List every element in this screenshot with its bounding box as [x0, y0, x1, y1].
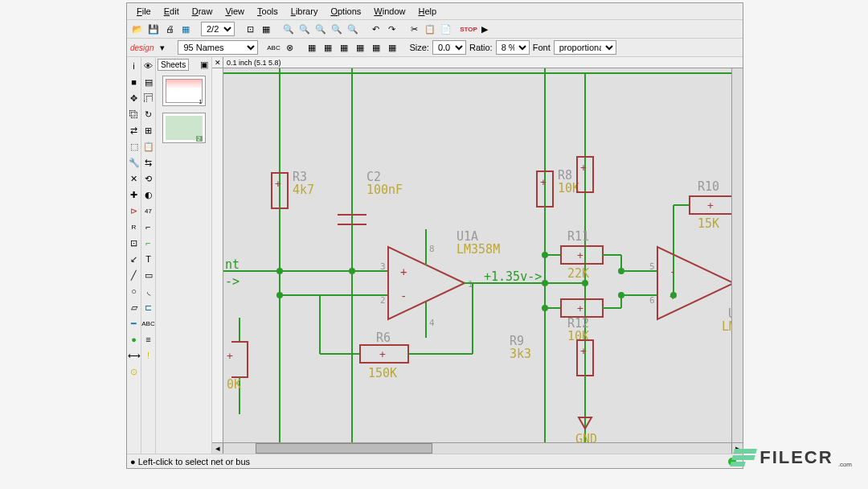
watermark: FILECR .com: [732, 447, 852, 468]
svg-text:+: +: [379, 348, 386, 360]
tool-b5-icon[interactable]: ⊞: [141, 123, 156, 138]
label-icon[interactable]: ABC: [141, 316, 156, 331]
align-tr-icon[interactable]: ▦: [337, 40, 351, 55]
align-cl-icon[interactable]: ▦: [353, 40, 367, 55]
ruler-vertical[interactable]: [212, 68, 223, 442]
tool-use-icon[interactable]: ⊡: [243, 22, 257, 36]
font-select[interactable]: proportional: [554, 40, 616, 55]
zoom-select-icon[interactable]: 🔍: [346, 22, 360, 36]
eye-icon[interactable]: 👁: [141, 59, 156, 73]
replace-icon[interactable]: ⟲: [141, 171, 156, 186]
scrollbar-horizontal[interactable]: ◂ ▸: [212, 442, 743, 454]
junction-icon[interactable]: ●: [127, 332, 141, 347]
toolbar-text: design ▾ 95 Names ABC ⊗ ▦ ▦ ▦ ▦ ▦ ▦ Size…: [127, 39, 743, 57]
value-icon[interactable]: 47: [141, 203, 156, 218]
align-tc-icon[interactable]: ▦: [321, 40, 335, 55]
paste-icon[interactable]: 📄: [439, 22, 453, 36]
poly-icon[interactable]: ▱: [127, 300, 141, 314]
zoom-redraw-icon[interactable]: 🔍: [330, 22, 344, 36]
zoom-out-icon[interactable]: 🔍: [313, 22, 328, 36]
ruler-origin-icon[interactable]: ✕: [212, 57, 223, 68]
svg-text:2: 2: [380, 295, 386, 306]
sheet-thumb-2[interactable]: 2: [162, 113, 206, 143]
ruler-horizontal[interactable]: 0.1 inch (5.1 5.8): [223, 57, 743, 68]
menu-library[interactable]: Library: [285, 5, 325, 18]
align-cr-icon[interactable]: ▦: [385, 40, 399, 55]
cut-icon[interactable]: ✂: [407, 22, 421, 36]
menu-options[interactable]: Options: [324, 5, 367, 18]
netclass-select[interactable]: 95 Names: [178, 40, 258, 55]
board-icon[interactable]: ▦: [178, 22, 193, 36]
smash2-icon[interactable]: ⊡: [127, 236, 141, 250]
erc-icon[interactable]: ⊙: [127, 364, 141, 379]
gate-icon[interactable]: ⊳: [127, 203, 141, 218]
component-u1b: - + 5 6 7 U1B LM358M: [621, 247, 731, 334]
go-icon[interactable]: ▶: [477, 22, 492, 36]
errors-icon[interactable]: !: [141, 348, 156, 363]
sheets-tab[interactable]: Sheets: [158, 59, 189, 71]
delete-icon[interactable]: ✕: [127, 171, 141, 186]
save-icon[interactable]: 💾: [146, 22, 161, 36]
menu-help[interactable]: Help: [411, 5, 443, 18]
bus-icon[interactable]: ━: [127, 316, 141, 331]
miter-icon[interactable]: ⌐: [141, 220, 156, 234]
show-icon[interactable]: ■: [127, 75, 141, 89]
scrollbar-vertical[interactable]: [731, 68, 743, 442]
split-icon[interactable]: ↙: [127, 252, 141, 266]
component-r9: R9 3k3: [510, 334, 531, 361]
menu-tools[interactable]: Tools: [251, 5, 285, 18]
text-icon[interactable]: T: [141, 252, 156, 266]
mirror-icon[interactable]: ⇄: [127, 123, 141, 138]
stop-icon[interactable]: STOP: [461, 22, 476, 36]
group-icon[interactable]: ⬚: [127, 139, 141, 154]
designlink-icon[interactable]: ▾: [155, 40, 170, 55]
svg-text:8: 8: [429, 244, 435, 254]
copy2-icon[interactable]: ⿻: [127, 107, 141, 121]
sheet-select[interactable]: 2/2: [201, 22, 235, 36]
circle-icon[interactable]: ○: [127, 284, 141, 298]
menu-draw[interactable]: Draw: [186, 5, 219, 18]
svg-point-71: [542, 252, 548, 258]
redo-icon[interactable]: ↷: [384, 22, 399, 36]
print-icon[interactable]: 🖨: [162, 22, 177, 36]
arc-icon[interactable]: ◟: [141, 284, 156, 298]
wire-icon[interactable]: ╱: [127, 268, 141, 282]
svg-point-115: [618, 292, 624, 298]
info-icon[interactable]: i: [127, 59, 141, 73]
menu-file[interactable]: File: [130, 5, 158, 18]
sheets-collapse-icon[interactable]: ▣: [197, 58, 211, 72]
size-select[interactable]: 0.07: [432, 40, 466, 55]
pinswap-icon[interactable]: ⇆: [141, 155, 156, 170]
open-icon[interactable]: 📂: [130, 22, 145, 36]
align-cc-icon[interactable]: ▦: [369, 40, 383, 55]
invoke-icon[interactable]: ◐: [141, 187, 156, 202]
undo-icon[interactable]: ↶: [368, 22, 383, 36]
dim-icon[interactable]: ⟷: [127, 348, 141, 363]
svg-text:4k7: 4k7: [293, 183, 314, 197]
name-icon[interactable]: R: [127, 220, 141, 234]
copy-icon[interactable]: 📋: [423, 22, 437, 36]
zoom-fit-icon[interactable]: 🔍: [281, 22, 296, 36]
sheet-thumb-1[interactable]: 1: [162, 76, 206, 106]
schematic-canvas[interactable]: nt -> + R3 4k7: [223, 68, 731, 442]
tool-b3-icon[interactable]: ⿸: [141, 91, 156, 105]
layer-icon[interactable]: ▤: [141, 75, 156, 89]
smash-icon[interactable]: ABC: [266, 40, 280, 55]
menu-window[interactable]: Window: [367, 5, 411, 18]
bus2-icon[interactable]: ⊏: [141, 300, 156, 314]
tool-add-icon[interactable]: ▦: [259, 22, 273, 36]
net-icon[interactable]: ⌐: [141, 236, 156, 250]
unsmash-icon[interactable]: ⊗: [282, 40, 297, 55]
ratio-select[interactable]: 8 %: [496, 40, 530, 55]
paste2-icon[interactable]: 📋: [141, 139, 156, 154]
menu-view[interactable]: View: [219, 5, 251, 18]
menu-edit[interactable]: Edit: [158, 5, 186, 18]
align-tl-icon[interactable]: ▦: [305, 40, 319, 55]
change-icon[interactable]: 🔧: [127, 155, 141, 170]
rotate-icon[interactable]: ↻: [141, 107, 156, 121]
attr-icon[interactable]: ≡: [141, 332, 156, 347]
rect-icon[interactable]: ▭: [141, 268, 156, 282]
add-part-icon[interactable]: ✚: [127, 187, 141, 202]
zoom-in-icon[interactable]: 🔍: [297, 22, 312, 36]
move-icon[interactable]: ✥: [127, 91, 141, 105]
